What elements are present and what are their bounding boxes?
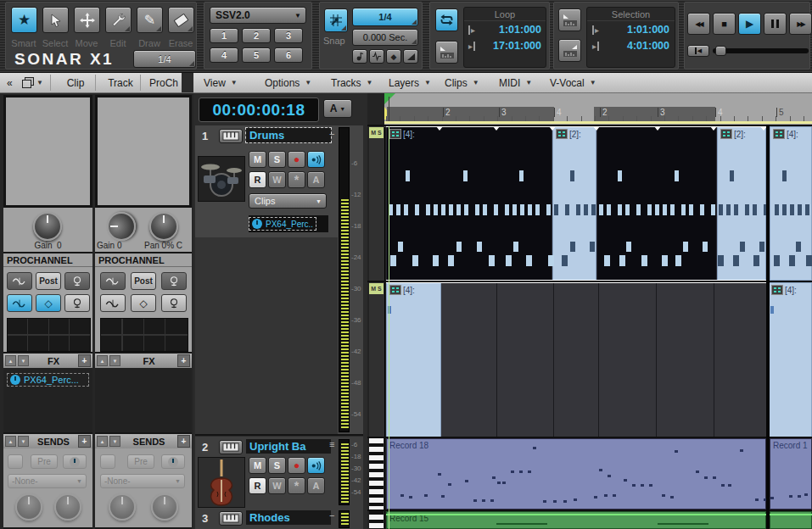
tube-drive-button[interactable] bbox=[64, 294, 90, 312]
menu-layers[interactable]: Layers▼ bbox=[389, 73, 431, 92]
move-tool-button[interactable] bbox=[74, 7, 100, 33]
compressor-button[interactable] bbox=[100, 272, 126, 290]
input-echo-button[interactable] bbox=[307, 151, 325, 168]
fade-handle-icon[interactable] bbox=[710, 126, 717, 131]
screenset-6-button[interactable]: 6 bbox=[274, 47, 303, 63]
snap-note-mode-button[interactable] bbox=[352, 49, 367, 64]
move-down-button[interactable]: ▼ bbox=[18, 436, 29, 447]
add-fx-button[interactable]: + bbox=[78, 354, 91, 367]
set-selection-end-button[interactable] bbox=[558, 39, 581, 62]
arm-record-button[interactable]: ● bbox=[288, 151, 305, 168]
solo-button[interactable]: S bbox=[268, 151, 286, 168]
pane-divider[interactable] bbox=[766, 125, 770, 529]
selection-end-value[interactable]: 4:01:000 bbox=[627, 40, 669, 52]
midi-clip[interactable]: [2]: bbox=[552, 126, 596, 281]
tube-drive-button[interactable] bbox=[161, 294, 187, 312]
instrument-keyboard-icon[interactable] bbox=[219, 129, 243, 143]
menu-midi[interactable]: MIDI▼ bbox=[499, 73, 532, 92]
loop-toggle-button[interactable] bbox=[435, 8, 458, 31]
screenset-5-button[interactable]: 5 bbox=[242, 47, 271, 63]
send-pan-knob[interactable] bbox=[151, 493, 178, 521]
midi-clip[interactable]: [4]: bbox=[768, 282, 812, 437]
play-button[interactable]: ▶ bbox=[738, 13, 761, 35]
fade-handle-icon[interactable] bbox=[493, 126, 500, 131]
time-display[interactable]: 00:00:00:18 bbox=[199, 97, 319, 122]
loop-end-value[interactable]: 17:01:000 bbox=[493, 40, 541, 52]
send-power-button[interactable] bbox=[63, 454, 87, 469]
eq-button[interactable] bbox=[100, 294, 126, 312]
move-down-button[interactable]: ▼ bbox=[18, 355, 29, 366]
move-up-button[interactable]: ▲ bbox=[5, 436, 16, 447]
compressor-button[interactable] bbox=[7, 272, 32, 290]
set-selection-start-button[interactable] bbox=[558, 8, 581, 31]
screenset-1-button[interactable]: 1 bbox=[210, 28, 238, 43]
erase-tool-button[interactable] bbox=[168, 7, 194, 33]
snap-marker-mode-button[interactable]: ◆ bbox=[386, 49, 401, 64]
send-level-knob[interactable] bbox=[109, 493, 136, 521]
eq-band-button[interactable]: ◇ bbox=[36, 294, 61, 312]
input-echo-button[interactable] bbox=[307, 457, 325, 474]
snap-offset-button[interactable]: 0.000 Sec. bbox=[352, 29, 418, 46]
rewind-button[interactable]: ◀◀ bbox=[687, 13, 710, 35]
move-down-button[interactable]: ▼ bbox=[109, 355, 120, 366]
gain-knob[interactable] bbox=[33, 212, 62, 241]
freeze-button[interactable]: * bbox=[288, 477, 305, 494]
automation-button[interactable]: A bbox=[307, 171, 325, 188]
send-power-button[interactable] bbox=[161, 454, 185, 469]
tab-track[interactable]: Track bbox=[104, 73, 137, 92]
pan-knob[interactable] bbox=[149, 212, 178, 241]
midi-clip[interactable] bbox=[596, 126, 717, 281]
instrument-keyboard-icon[interactable] bbox=[219, 440, 243, 454]
read-automation-button[interactable]: R bbox=[249, 171, 266, 188]
eq-display[interactable] bbox=[100, 318, 188, 352]
gain-knob[interactable] bbox=[107, 212, 136, 241]
write-automation-button[interactable]: W bbox=[268, 477, 286, 494]
return-to-zero-button[interactable]: ◀ bbox=[687, 45, 709, 57]
stop-button[interactable]: ■ bbox=[713, 13, 736, 35]
screenset-4-button[interactable]: 4 bbox=[210, 47, 238, 63]
add-send-button[interactable]: + bbox=[78, 435, 91, 448]
move-up-button[interactable]: ▲ bbox=[5, 355, 16, 366]
arm-record-button[interactable]: ● bbox=[288, 457, 305, 474]
track-name[interactable]: Drums bbox=[246, 128, 331, 142]
draw-resolution-button[interactable]: 1/4 bbox=[133, 50, 196, 68]
layers-icon[interactable]: ≡ bbox=[329, 439, 334, 449]
tube-saturation-button[interactable] bbox=[64, 272, 90, 290]
power-icon[interactable] bbox=[252, 219, 262, 229]
send-pre-button[interactable]: Pre bbox=[31, 454, 58, 469]
snap-clip-mode-button[interactable] bbox=[403, 49, 418, 64]
post-button[interactable]: Post bbox=[131, 272, 156, 290]
eq-button[interactable] bbox=[7, 294, 32, 312]
menu-tracks[interactable]: Tracks▼ bbox=[331, 73, 372, 92]
instrument-keyboard-icon[interactable] bbox=[219, 511, 243, 526]
edit-filter-select[interactable]: Clips▼ bbox=[249, 193, 327, 209]
position-slider-track[interactable] bbox=[713, 48, 809, 53]
minimize-track-icon[interactable]: − bbox=[329, 510, 334, 521]
tab-proch[interactable]: ProCh bbox=[146, 73, 182, 92]
screenset-3-button[interactable]: 3 bbox=[274, 28, 303, 43]
send-pan-knob[interactable] bbox=[54, 493, 81, 521]
power-icon[interactable] bbox=[10, 375, 20, 385]
audition-button[interactable]: A▼ bbox=[323, 99, 352, 118]
post-button[interactable]: Post bbox=[36, 272, 61, 290]
minimize-track-icon[interactable]: − bbox=[329, 129, 334, 139]
midi-clip[interactable] bbox=[441, 282, 768, 437]
eq-display[interactable] bbox=[7, 318, 91, 352]
fade-handle-icon[interactable] bbox=[436, 126, 443, 131]
position-slider-handle[interactable] bbox=[715, 46, 726, 56]
menu-vvocal[interactable]: V-Vocal▼ bbox=[550, 73, 596, 92]
selection-start-value[interactable]: 1:01:000 bbox=[627, 24, 669, 36]
move-up-button[interactable]: ▲ bbox=[97, 436, 108, 447]
track-name[interactable]: Upright Ba bbox=[246, 439, 331, 454]
send-enable-box[interactable] bbox=[8, 454, 23, 469]
draw-tool-button[interactable]: ✎ bbox=[137, 7, 163, 33]
screenset-select[interactable]: SSV2.0 ▼ bbox=[210, 7, 306, 24]
fade-handle-icon[interactable] bbox=[549, 126, 556, 131]
send-destination-select[interactable]: -None-▼ bbox=[8, 474, 87, 488]
select-tool-button[interactable] bbox=[42, 7, 69, 33]
fade-handle-icon[interactable] bbox=[654, 126, 661, 131]
send-enable-box[interactable] bbox=[100, 454, 115, 469]
send-pre-button[interactable]: Pre bbox=[127, 454, 154, 469]
mute-button[interactable]: M bbox=[249, 457, 266, 474]
menu-view[interactable]: View▼ bbox=[204, 73, 238, 92]
